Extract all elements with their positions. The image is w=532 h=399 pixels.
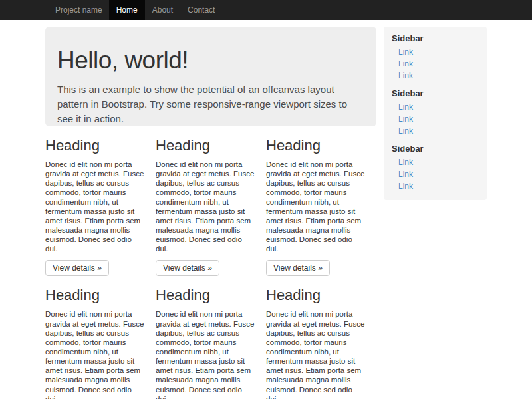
sidebar-heading: Sidebar: [392, 33, 479, 43]
card-text: Donec id elit non mi porta gravida at eg…: [156, 309, 255, 399]
navbar: Project name Home About Contact: [0, 0, 532, 20]
main-row: Hello, world! This is an example to show…: [45, 27, 487, 399]
content-card: Heading Donec id elit non mi porta gravi…: [266, 126, 376, 276]
card-heading: Heading: [266, 287, 366, 304]
sidebar-heading: Sidebar: [392, 88, 479, 98]
card-heading: Heading: [156, 287, 255, 304]
sidebar-link[interactable]: Link: [392, 58, 479, 70]
cards-row-1: Heading Donec id elit non mi porta gravi…: [45, 126, 376, 276]
card-heading: Heading: [45, 287, 145, 304]
view-details-button[interactable]: View details »: [156, 260, 219, 276]
card-heading: Heading: [266, 137, 366, 154]
sidebar-link[interactable]: Link: [392, 46, 479, 58]
sidebar-link[interactable]: Link: [392, 101, 479, 113]
card-heading: Heading: [156, 137, 255, 154]
page-container: Hello, world! This is an example to show…: [45, 27, 487, 399]
sidebar-link[interactable]: Link: [392, 180, 479, 192]
card-text: Donec id elit non mi porta gravida at eg…: [45, 160, 145, 253]
main-column: Hello, world! This is an example to show…: [45, 27, 376, 399]
navbar-menu: Home About Contact: [109, 0, 223, 20]
sidebar-link[interactable]: Link: [392, 113, 479, 125]
sidebar-link[interactable]: Link: [392, 70, 479, 82]
sidebar: Sidebar Link Link Link Sidebar Link Link…: [384, 27, 487, 200]
content-card: Heading Donec id elit non mi porta gravi…: [156, 276, 266, 399]
sidebar-group-1: Sidebar Link Link Link: [392, 33, 479, 82]
card-text: Donec id elit non mi porta gravida at eg…: [45, 309, 145, 399]
navbar-container: Project name Home About Contact: [45, 0, 487, 20]
nav-item-home[interactable]: Home: [109, 0, 145, 20]
content-card: Heading Donec id elit non mi porta gravi…: [45, 276, 156, 399]
card-text: Donec id elit non mi porta gravida at eg…: [266, 160, 366, 253]
sidebar-group-3: Sidebar Link Link Link: [392, 144, 479, 192]
nav-item-about[interactable]: About: [145, 0, 180, 20]
sidebar-link[interactable]: Link: [392, 156, 479, 168]
cards-row-2: Heading Donec id elit non mi porta gravi…: [45, 276, 376, 399]
card-text: Donec id elit non mi porta gravida at eg…: [156, 160, 255, 253]
sidebar-link[interactable]: Link: [392, 168, 479, 180]
sidebar-heading: Sidebar: [392, 144, 479, 154]
content-card: Heading Donec id elit non mi porta gravi…: [266, 276, 376, 399]
jumbotron: Hello, world! This is an example to show…: [45, 27, 376, 126]
sidebar-group-2: Sidebar Link Link Link: [392, 88, 479, 137]
card-heading: Heading: [45, 137, 145, 154]
sidebar-link[interactable]: Link: [392, 125, 479, 137]
navbar-brand[interactable]: Project name: [45, 0, 109, 20]
view-details-button[interactable]: View details »: [45, 260, 109, 276]
nav-item-contact[interactable]: Contact: [180, 0, 222, 20]
card-text: Donec id elit non mi porta gravida at eg…: [266, 309, 366, 399]
view-details-button[interactable]: View details »: [266, 260, 330, 276]
page-title: Hello, world!: [57, 47, 363, 74]
jumbotron-text: This is an example to show the potential…: [57, 82, 363, 126]
content-card: Heading Donec id elit non mi porta gravi…: [45, 126, 156, 276]
content-card: Heading Donec id elit non mi porta gravi…: [156, 126, 266, 276]
